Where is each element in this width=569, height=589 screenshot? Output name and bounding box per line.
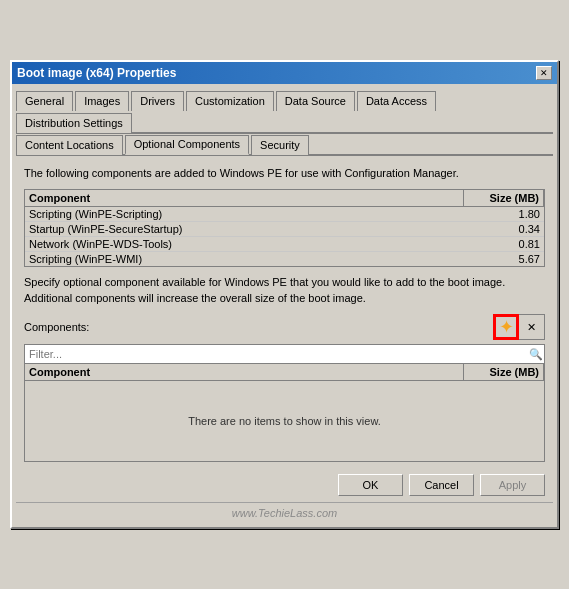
td-component-2: Network (WinPE-WDS-Tools)	[25, 237, 464, 251]
components-row: Components: ✦ ✕	[24, 314, 545, 340]
add-component-button[interactable]: ✦	[493, 314, 519, 340]
x-icon: ✕	[527, 321, 536, 334]
tab-data-access[interactable]: Data Access	[357, 91, 436, 111]
tab-optional-components[interactable]: Optional Components	[125, 135, 249, 155]
td-component-0: Scripting (WinPE-Scripting)	[25, 207, 464, 221]
tab-row-2: Content Locations Optional Components Se…	[16, 134, 553, 156]
table-row: Startup (WinPE-SecureStartup) 0.34	[25, 222, 544, 237]
td-size-3: 5.67	[464, 252, 544, 266]
tab-customization[interactable]: Customization	[186, 91, 274, 111]
table-row: Network (WinPE-WDS-Tools) 0.81	[25, 237, 544, 252]
panel-content: The following components are added to Wi…	[16, 160, 553, 468]
th-component: Component	[25, 190, 464, 206]
components-table: Component Size (MB) Scripting (WinPE-Scr…	[24, 189, 545, 267]
th-size: Size (MB)	[464, 190, 544, 206]
lower-th-component: Component	[25, 364, 464, 380]
td-size-1: 0.34	[464, 222, 544, 236]
search-icon: 🔍	[528, 346, 544, 362]
tab-security[interactable]: Security	[251, 135, 309, 155]
tab-images[interactable]: Images	[75, 91, 129, 111]
tab-data-source[interactable]: Data Source	[276, 91, 355, 111]
table-row: Scripting (WinPE-Scripting) 1.80	[25, 207, 544, 222]
lower-th-size: Size (MB)	[464, 364, 544, 380]
td-size-2: 0.81	[464, 237, 544, 251]
footer: OK Cancel Apply	[16, 468, 553, 502]
window-content: General Images Drivers Customization Dat…	[12, 84, 557, 527]
table-row: Scripting (WinPE-WMI) 5.67	[25, 252, 544, 266]
tab-distribution-settings[interactable]: Distribution Settings	[16, 113, 132, 133]
empty-message: There are no items to show in this view.	[25, 381, 544, 461]
components-buttons: ✦ ✕	[493, 314, 545, 340]
description-text: The following components are added to Wi…	[24, 166, 545, 181]
tab-drivers[interactable]: Drivers	[131, 91, 184, 111]
window: Boot image (x64) Properties ✕ General Im…	[10, 60, 559, 529]
window-title: Boot image (x64) Properties	[17, 66, 176, 80]
remove-component-button[interactable]: ✕	[519, 314, 545, 340]
star-icon: ✦	[499, 316, 514, 338]
tab-content-locations[interactable]: Content Locations	[16, 135, 123, 155]
ok-button[interactable]: OK	[338, 474, 403, 496]
title-bar: Boot image (x64) Properties ✕	[12, 62, 557, 84]
title-bar-controls: ✕	[536, 66, 552, 80]
components-label: Components:	[24, 321, 89, 333]
td-component-1: Startup (WinPE-SecureStartup)	[25, 222, 464, 236]
table-header: Component Size (MB)	[25, 190, 544, 207]
td-size-0: 1.80	[464, 207, 544, 221]
watermark: www.TechieLass.com	[16, 502, 553, 523]
apply-button[interactable]: Apply	[480, 474, 545, 496]
cancel-button[interactable]: Cancel	[409, 474, 474, 496]
optional-description: Specify optional component available for…	[24, 275, 545, 306]
filter-row: 🔍	[24, 344, 545, 364]
tab-row-1: General Images Drivers Customization Dat…	[16, 88, 553, 134]
lower-table: Component Size (MB) There are no items t…	[24, 364, 545, 462]
td-component-3: Scripting (WinPE-WMI)	[25, 252, 464, 266]
tab-general[interactable]: General	[16, 91, 73, 111]
lower-table-header: Component Size (MB)	[25, 364, 544, 381]
filter-input[interactable]	[25, 348, 528, 360]
close-button[interactable]: ✕	[536, 66, 552, 80]
